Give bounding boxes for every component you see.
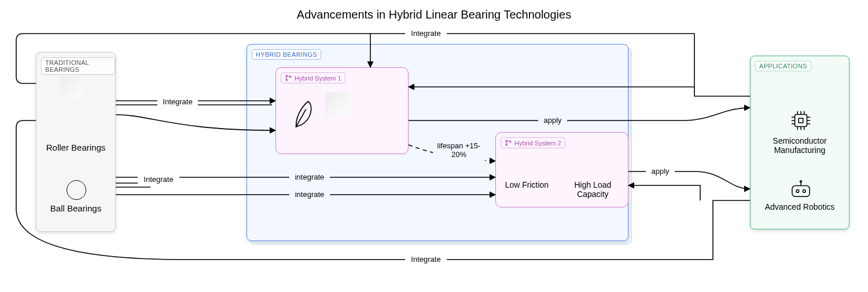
svg-point-10 xyxy=(803,190,806,193)
edge-label-integrate-bottom: Integrate xyxy=(411,255,440,264)
chip-icon xyxy=(790,110,812,132)
robot-icon xyxy=(789,180,813,200)
edge-label-integrate-1: Integrate xyxy=(163,97,192,106)
svg-point-11 xyxy=(800,181,801,183)
traditional-panel-label: Traditional Bearings xyxy=(41,57,115,75)
svg-point-0 xyxy=(286,75,288,77)
branch-icon xyxy=(285,74,292,82)
hybrid-system-2-node: Hybrid System 2 Low Friction High Load C… xyxy=(495,132,628,207)
svg-rect-6 xyxy=(795,115,807,127)
branch-icon xyxy=(505,139,512,147)
robotics-node: Advanced Robotics xyxy=(751,202,849,211)
hybrid-system-1-label: Hybrid System 1 xyxy=(281,72,345,83)
hybrid-panel-label: Hybrid Bearings xyxy=(252,49,321,60)
svg-point-9 xyxy=(796,190,799,193)
svg-rect-7 xyxy=(799,118,803,123)
svg-rect-12 xyxy=(157,96,198,107)
svg-point-1 xyxy=(286,79,288,81)
hybrid-system-2-text: Hybrid System 2 xyxy=(514,140,561,147)
page-title: Advancements in Hybrid Linear Bearing Te… xyxy=(0,8,868,21)
svg-point-4 xyxy=(506,144,507,145)
roller-bearing-icon xyxy=(60,76,83,99)
hs2-low-friction: Low Friction xyxy=(505,180,549,199)
svg-rect-20 xyxy=(405,254,447,264)
edge-label-integrate-4: Integrate xyxy=(144,175,173,184)
feather-icon xyxy=(289,97,316,132)
svg-rect-19 xyxy=(405,28,447,38)
roller-bearings-node: Roller Bearings xyxy=(36,143,115,152)
ball-bearing-icon xyxy=(67,180,86,200)
svg-rect-15 xyxy=(138,174,179,184)
svg-rect-18 xyxy=(646,166,675,176)
edge-label-apply-2: apply xyxy=(651,167,670,176)
applications-panel: Applications Semiconductor Manufacturing… xyxy=(750,56,849,229)
svg-point-3 xyxy=(506,140,507,142)
traditional-bearings-panel: Traditional Bearings Roller Bearings Bal… xyxy=(36,52,116,232)
hybrid-system-2-label: Hybrid System 2 xyxy=(501,137,565,148)
hybrid-system-1-text: Hybrid System 1 xyxy=(295,75,341,82)
edge-hs2-to-robotics xyxy=(628,171,750,189)
image-placeholder-icon xyxy=(325,93,350,117)
svg-rect-8 xyxy=(792,185,810,196)
applications-panel-label: Applications xyxy=(755,61,811,71)
semiconductor-node: Semiconductor Manufacturing xyxy=(751,136,849,155)
edge-label-integrate-top: Integrate xyxy=(411,29,440,38)
hs2-high-load: High Load Capacity xyxy=(567,180,619,199)
ball-bearings-node: Ball Bearings xyxy=(36,203,115,213)
